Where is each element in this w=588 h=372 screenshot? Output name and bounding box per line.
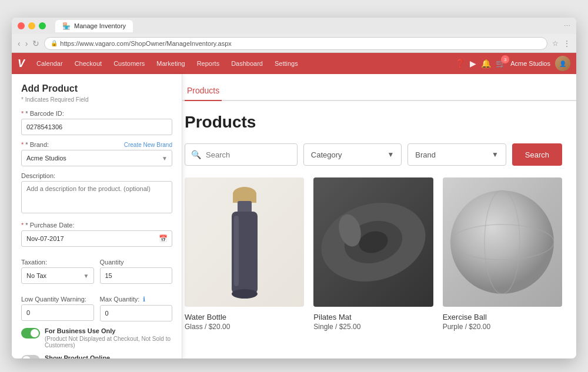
taxation-label: Taxation: [21,259,94,266]
category-arrow-icon: ▼ [387,150,394,159]
pilates-mat-variant: Single / $25.00 [313,323,433,331]
help-icon[interactable]: ❓ [455,59,465,68]
product-card-pilates-mat[interactable]: Pilates Mat Single / $25.00 [313,177,433,331]
required-note: * Indicates Required Field [21,96,172,103]
browser-window: 🏪 Manage Inventory ⋯ ‹ › ↻ 🔒 https://www… [12,18,576,358]
exercise-ball-variant: Purple / $20.00 [443,323,562,331]
description-textarea[interactable] [21,181,172,213]
low-qty-input[interactable] [21,304,94,321]
nav-customers-label: Customers [113,60,145,67]
max-qty-input[interactable] [100,305,173,321]
refresh-button[interactable]: ↻ [32,39,39,48]
category-dropdown[interactable]: Category ▼ [303,143,402,166]
calendar-icon: 📅 [159,234,168,243]
quantity-group: Quantity [100,259,173,290]
water-bottle-name: Water Bottle [185,313,304,321]
quantity-label: Quantity [100,259,173,266]
add-product-panel: Add Product * Indicates Required Field *… [12,74,182,358]
quantity-input[interactable] [100,267,173,284]
forward-button[interactable]: › [25,39,28,48]
search-bar: 🔍 Category ▼ Brand ▼ Search [185,143,562,166]
browser-tab[interactable]: 🏪 Manage Inventory [55,20,133,32]
show-online-toggle[interactable] [21,355,40,358]
business-use-toggle-row: For Business Use Only (Product Not Displ… [21,327,172,348]
extensions-icon[interactable]: ⋮ [563,39,570,48]
nav-dashboard[interactable]: Dashboard [225,53,269,74]
exercise-ball-image [443,177,562,307]
exercise-ball-svg [443,183,561,301]
pilates-mat-name: Pilates Mat [313,313,433,321]
store-name: Acme Studios [510,60,550,67]
address-field[interactable]: 🔒 https://www.vagaro.com/ShopOwner/Manag… [44,37,547,50]
address-bar: ‹ › ↻ 🔒 https://www.vagaro.com/ShopOwner… [12,34,576,53]
product-card-water-bottle[interactable]: Water Bottle Glass / $20.00 [185,177,304,331]
browser-titlebar: 🏪 Manage Inventory ⋯ [12,18,576,34]
barcode-input[interactable] [21,119,172,135]
form-title: Add Product [21,83,172,94]
browser-controls: ⋯ [564,22,570,30]
brand-label: * * Brand: [21,141,49,148]
bookmark-icon[interactable]: ☆ [552,39,559,48]
description-label: Description: [21,172,172,179]
exercise-ball-name: Exercise Ball [443,313,562,321]
nav-reports[interactable]: Reports [191,53,226,74]
navigation-bar: V Calendar Checkout Customers Marketing … [12,53,576,74]
barcode-label: * * Barcode ID: [21,110,172,117]
brand-select-wrapper: Acme Studios ▼ [21,150,172,166]
business-use-label-group: For Business Use Only (Product Not Displ… [45,327,172,348]
maximize-button[interactable] [39,22,46,29]
product-grid: Water Bottle Glass / $20.00 [185,177,562,331]
nav-marketing-label: Marketing [156,60,185,67]
cart-badge[interactable]: 🛒 3 [496,59,506,68]
nav-checkout[interactable]: Checkout [69,53,108,74]
max-qty-label: Max Quantity: ℹ [100,296,173,303]
brand-dropdown[interactable]: Brand ▼ [407,143,506,166]
business-use-toggle[interactable] [21,328,40,339]
search-button[interactable]: Search [512,143,562,166]
nav-dashboard-label: Dashboard [231,60,263,67]
products-panel: Products Products 🔍 Category ▼ Brand [171,74,576,358]
minimize-button[interactable] [28,22,35,29]
search-input-wrapper[interactable]: 🔍 [185,143,298,166]
water-bottle-svg [221,183,268,301]
products-tab[interactable]: Products [185,81,222,101]
low-qty-label: Low Quantity Warning: [21,296,94,303]
low-max-qty-row: Low Quantity Warning: Max Quantity: ℹ [21,296,172,321]
water-bottle-variant: Glass / $20.00 [185,323,304,331]
cart-count: 3 [501,55,509,63]
brand-arrow-icon: ▼ [492,150,499,159]
brand-select[interactable]: Acme Studios [21,150,172,166]
close-button[interactable] [18,22,25,29]
play-icon[interactable]: ▶ [470,59,476,68]
category-label: Category [311,150,342,159]
nav-marketing[interactable]: Marketing [151,53,191,74]
water-bottle-image [185,177,304,307]
purchase-date-input[interactable] [21,230,172,247]
business-use-sublabel: (Product Not Displayed at Checkout, Not … [45,336,172,348]
nav-customers[interactable]: Customers [108,53,151,74]
nav-right-section: ❓ ▶ 🔔 🛒 3 Acme Studios 👤 [455,56,570,71]
nav-calendar[interactable]: Calendar [31,53,69,74]
lock-icon: 🔒 [51,40,58,46]
svg-point-10 [450,190,554,294]
user-avatar[interactable]: 👤 [555,56,570,71]
tab-favicon: 🏪 [62,22,71,30]
create-brand-link[interactable]: Create New Brand [124,142,172,148]
search-input[interactable] [206,150,291,159]
back-button[interactable]: ‹ [18,39,21,48]
max-qty-group: Max Quantity: ℹ [100,296,173,321]
nav-settings[interactable]: Settings [269,53,304,74]
show-online-toggle-row: Show Product Online (Product displayed a… [21,354,172,358]
business-use-label: For Business Use Only [45,327,172,334]
purchase-date-label: * * Purchase Date: [21,222,172,229]
product-card-exercise-ball[interactable]: Exercise Ball Purple / $20.00 [443,177,562,331]
svg-point-5 [232,289,258,299]
tab-title: Manage Inventory [74,22,126,29]
taxation-select[interactable]: No Tax [21,267,94,284]
nav-calendar-label: Calendar [36,60,63,67]
show-online-label-group: Show Product Online (Product displayed a… [45,354,156,358]
nav-settings-label: Settings [275,60,298,67]
alert-icon[interactable]: 🔔 [481,59,491,68]
taxation-group: Taxation: No Tax ▼ [21,259,94,290]
date-wrapper: 📅 [21,230,172,247]
